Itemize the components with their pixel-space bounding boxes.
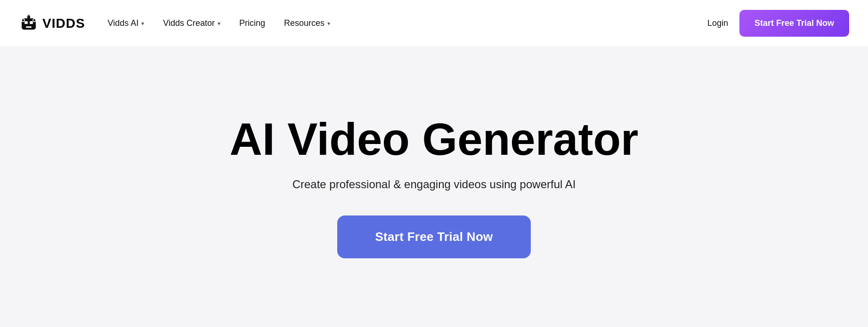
brand-name: VIDDS [42,16,85,31]
nav-cta-button[interactable]: Start Free Trial Now [739,10,849,37]
chevron-down-icon: ▾ [141,20,144,27]
logo[interactable]: VIDDS [19,14,85,33]
nav-label-resources: Resources [284,18,324,28]
nav-item-vidds-creator[interactable]: Vidds Creator ▾ [163,18,220,28]
chevron-down-icon: ▾ [218,20,220,27]
nav-label-pricing: Pricing [239,18,265,28]
logo-icon [19,14,39,33]
svg-point-7 [28,15,30,16]
navbar-right: Login Start Free Trial Now [707,10,849,37]
nav-label-vidds-creator: Vidds Creator [163,18,215,28]
login-link[interactable]: Login [707,18,728,28]
nav-links: Vidds AI ▾ Vidds Creator ▾ Pricing Resou… [108,18,331,28]
nav-label-vidds-ai: Vidds AI [108,18,139,28]
nav-item-resources[interactable]: Resources ▾ [284,18,330,28]
svg-rect-1 [24,21,28,24]
nav-item-vidds-ai[interactable]: Vidds AI ▾ [108,18,145,28]
chevron-down-icon: ▾ [327,20,330,27]
hero-subtitle: Create professional & engaging videos us… [292,178,576,191]
hero-title: AI Video Generator [230,116,639,163]
hero-section: AI Video Generator Create professional &… [0,47,868,327]
svg-point-5 [33,19,36,22]
svg-rect-2 [30,21,33,24]
svg-point-4 [22,19,24,22]
navbar: VIDDS Vidds AI ▾ Vidds Creator ▾ Pricing [0,0,868,47]
hero-cta-button[interactable]: Start Free Trial Now [337,215,530,258]
nav-item-pricing[interactable]: Pricing [239,18,265,28]
svg-rect-3 [26,26,32,28]
navbar-left: VIDDS Vidds AI ▾ Vidds Creator ▾ Pricing [19,14,330,33]
